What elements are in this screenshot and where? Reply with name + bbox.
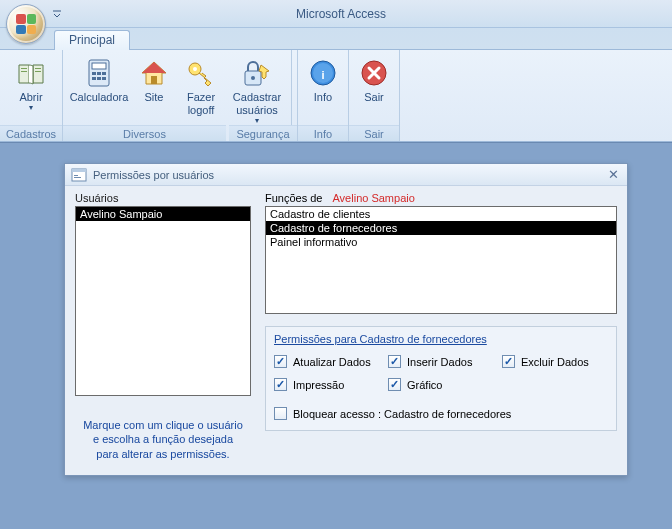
document-area: Permissões por usuários ✕ Usuários Aveli… bbox=[0, 142, 672, 529]
ribbon-tabstrip: Principal bbox=[0, 28, 672, 50]
permissions-title: Permissões para Cadastro de fornecedores bbox=[274, 333, 608, 345]
chk-impressao-label: Impressão bbox=[293, 379, 344, 391]
ribbon-group-sair: Sair Sair bbox=[349, 50, 400, 141]
svg-rect-2 bbox=[35, 68, 41, 69]
office-button[interactable] bbox=[6, 4, 46, 44]
keys-icon bbox=[185, 57, 217, 89]
chk-inserir[interactable]: Inserir Dados bbox=[388, 355, 494, 368]
svg-rect-1 bbox=[21, 71, 27, 72]
checkbox-icon bbox=[388, 378, 401, 391]
svg-rect-3 bbox=[35, 71, 41, 72]
svg-rect-6 bbox=[92, 72, 96, 75]
svg-rect-7 bbox=[97, 72, 101, 75]
calculadora-label: Calculadora bbox=[70, 91, 129, 104]
list-item[interactable]: Cadastro de clientes bbox=[266, 207, 616, 221]
tab-principal[interactable]: Principal bbox=[54, 30, 130, 50]
qat-customize-dropdown[interactable] bbox=[52, 7, 62, 21]
fazer-logoff-button[interactable]: Fazer logoff bbox=[176, 52, 226, 124]
form-title-text: Permissões por usuários bbox=[93, 169, 214, 181]
group-label-info: Info bbox=[298, 125, 348, 141]
list-item[interactable]: Avelino Sampaio bbox=[76, 207, 250, 221]
chk-grafico-label: Gráfico bbox=[407, 379, 442, 391]
info-label: Info bbox=[314, 91, 332, 104]
svg-rect-5 bbox=[92, 63, 106, 69]
permissions-panel: Permissões para Cadastro de fornecedores… bbox=[265, 326, 617, 431]
calculator-icon bbox=[83, 57, 115, 89]
calculadora-button[interactable]: Calculadora bbox=[66, 52, 132, 124]
list-item[interactable]: Painel informativo bbox=[266, 235, 616, 249]
svg-point-16 bbox=[251, 76, 255, 80]
chk-excluir[interactable]: Excluir Dados bbox=[502, 355, 608, 368]
abrir-button[interactable]: Abrir ▾ bbox=[3, 52, 59, 124]
checkbox-icon bbox=[388, 355, 401, 368]
hint-text: Marque com um clique o usuário e escolha… bbox=[75, 418, 251, 461]
info-icon: i bbox=[307, 57, 339, 89]
svg-point-14 bbox=[193, 67, 197, 71]
checkbox-icon bbox=[274, 378, 287, 391]
ribbon-group-info: i Info Info bbox=[298, 50, 349, 141]
open-book-icon bbox=[15, 57, 47, 89]
svg-rect-10 bbox=[97, 77, 101, 80]
chk-inserir-label: Inserir Dados bbox=[407, 356, 472, 368]
funcoes-user: Avelino Sampaio bbox=[332, 192, 414, 204]
chevron-down-icon bbox=[53, 9, 61, 19]
chk-bloquear[interactable]: Bloquear acesso : Cadastro de fornecedor… bbox=[274, 407, 511, 420]
cadastrar-usuarios-button[interactable]: Cadastrar usuários ▾ bbox=[226, 52, 288, 124]
svg-rect-11 bbox=[102, 77, 106, 80]
chk-bloquear-label: Bloquear acesso : Cadastro de fornecedor… bbox=[293, 408, 511, 420]
group-label-cadastros: Cadastros bbox=[0, 125, 62, 141]
form-titlebar[interactable]: Permissões por usuários ✕ bbox=[65, 164, 627, 186]
list-item[interactable]: Cadastro de fornecedores bbox=[266, 221, 616, 235]
fazer-logoff-label: Fazer logoff bbox=[187, 91, 215, 117]
svg-rect-0 bbox=[21, 68, 27, 69]
info-button[interactable]: i Info bbox=[301, 52, 345, 124]
close-x-icon bbox=[358, 57, 390, 89]
group-label-seguranca: Segurança bbox=[229, 125, 297, 141]
chk-atualizar[interactable]: Atualizar Dados bbox=[274, 355, 380, 368]
ribbon-group-cadastros: Abrir ▾ Cadastros bbox=[0, 50, 63, 141]
svg-rect-22 bbox=[72, 169, 86, 172]
funcoes-label: Funções de bbox=[265, 192, 322, 204]
funcoes-listbox[interactable]: Cadastro de clientesCadastro de forneced… bbox=[265, 206, 617, 314]
chevron-down-icon: ▾ bbox=[29, 106, 33, 110]
sair-button[interactable]: Sair bbox=[352, 52, 396, 124]
abrir-label: Abrir bbox=[19, 91, 42, 104]
sair-label: Sair bbox=[364, 91, 384, 104]
home-icon bbox=[138, 57, 170, 89]
title-bar: Microsoft Access bbox=[0, 0, 672, 28]
usuarios-label: Usuários bbox=[75, 192, 251, 204]
chk-grafico[interactable]: Gráfico bbox=[388, 378, 494, 391]
svg-rect-23 bbox=[74, 175, 78, 176]
form-close-button[interactable]: ✕ bbox=[605, 167, 621, 182]
site-button[interactable]: Site bbox=[132, 52, 176, 124]
chk-impressao[interactable]: Impressão bbox=[274, 378, 380, 391]
ribbon: Abrir ▾ Cadastros Calculadora Site bbox=[0, 50, 672, 142]
group-label-diversos: Diversos bbox=[63, 125, 226, 141]
quick-access-toolbar bbox=[52, 7, 62, 21]
cadastrar-usuarios-label: Cadastrar usuários bbox=[233, 91, 281, 117]
chk-excluir-label: Excluir Dados bbox=[521, 356, 589, 368]
chevron-down-icon: ▾ bbox=[255, 119, 259, 123]
svg-text:i: i bbox=[321, 69, 324, 81]
form-permissoes: Permissões por usuários ✕ Usuários Aveli… bbox=[64, 163, 628, 476]
usuarios-listbox[interactable]: Avelino Sampaio bbox=[75, 206, 251, 396]
group-label-sair: Sair bbox=[349, 125, 399, 141]
chk-atualizar-label: Atualizar Dados bbox=[293, 356, 371, 368]
lock-key-icon bbox=[241, 57, 273, 89]
checkbox-icon bbox=[274, 407, 287, 420]
svg-rect-24 bbox=[74, 177, 81, 178]
checkbox-icon bbox=[502, 355, 515, 368]
app-title: Microsoft Access bbox=[62, 7, 620, 21]
site-label: Site bbox=[145, 91, 164, 104]
checkbox-icon bbox=[274, 355, 287, 368]
svg-rect-12 bbox=[151, 76, 157, 84]
svg-rect-9 bbox=[92, 77, 96, 80]
office-logo-icon bbox=[16, 14, 36, 34]
form-icon bbox=[71, 167, 87, 183]
svg-rect-8 bbox=[102, 72, 106, 75]
